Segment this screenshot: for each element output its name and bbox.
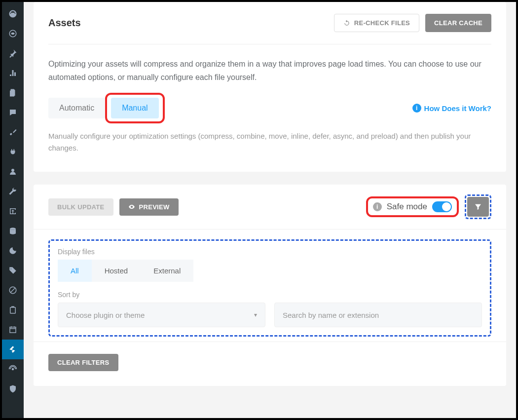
admin-sidebar bbox=[2, 2, 24, 418]
clear-cache-button[interactable]: CLEAR CACHE bbox=[425, 14, 491, 32]
sidebar-comment-icon[interactable] bbox=[2, 103, 24, 122]
preview-button[interactable]: PREVIEW bbox=[119, 198, 179, 216]
recheck-files-button[interactable]: RE-CHECK FILES bbox=[334, 14, 419, 32]
display-files-segment: All Hosted External bbox=[58, 260, 482, 282]
sidebar-plug-icon[interactable] bbox=[2, 142, 24, 162]
info-icon: i bbox=[412, 104, 421, 113]
display-hosted[interactable]: Hosted bbox=[92, 260, 141, 282]
display-files-label: Display files bbox=[58, 248, 482, 256]
sidebar-pin-icon[interactable] bbox=[2, 43, 24, 63]
tab-manual[interactable]: Manual bbox=[111, 98, 158, 118]
funnel-icon bbox=[474, 203, 482, 211]
display-external[interactable]: External bbox=[141, 260, 193, 282]
annotation-highlight-safemode: i Safe mode bbox=[366, 196, 459, 217]
annotation-highlight-manual: Manual bbox=[105, 93, 164, 123]
safe-mode-label: Safe mode bbox=[387, 202, 427, 212]
sidebar-circle-icon[interactable] bbox=[2, 24, 24, 43]
assets-card: Assets RE-CHECK FILES CLEAR CACHE Optimi… bbox=[34, 2, 506, 172]
sidebar-hummingbird-icon[interactable] bbox=[2, 340, 24, 359]
safe-mode-toggle[interactable] bbox=[432, 201, 452, 212]
sidebar-database-icon[interactable] bbox=[2, 221, 24, 241]
intro-text: Optimizing your assets will compress and… bbox=[48, 44, 491, 93]
display-all[interactable]: All bbox=[58, 260, 92, 282]
sort-select[interactable]: Choose plugin or theme ▾ bbox=[58, 303, 265, 327]
refresh-icon bbox=[343, 20, 350, 27]
filters-card: BULK UPDATE PREVIEW i Safe mode bbox=[34, 185, 506, 386]
sidebar-broadcast-icon[interactable] bbox=[2, 359, 24, 379]
sidebar-wrench-icon[interactable] bbox=[2, 182, 24, 201]
sidebar-shield-icon[interactable] bbox=[2, 379, 24, 399]
sidebar-import-icon[interactable] bbox=[2, 201, 24, 221]
sidebar-pages-icon[interactable] bbox=[2, 83, 24, 103]
sidebar-clipboard-icon[interactable] bbox=[2, 300, 24, 320]
mode-tabs: Automatic bbox=[48, 98, 105, 118]
sidebar-plugin-icon[interactable] bbox=[2, 63, 24, 83]
bulk-update-button[interactable]: BULK UPDATE bbox=[48, 198, 113, 216]
tab-description: Manually configure your optimization set… bbox=[48, 123, 491, 157]
how-does-it-work-link[interactable]: i How Does it Work? bbox=[412, 104, 491, 113]
clear-filters-button[interactable]: CLEAR FILTERS bbox=[48, 354, 118, 371]
search-input-wrap bbox=[274, 303, 482, 327]
eye-icon bbox=[128, 203, 135, 210]
main-content: Assets RE-CHECK FILES CLEAR CACHE Optimi… bbox=[24, 2, 516, 418]
sidebar-brush-icon[interactable] bbox=[2, 122, 24, 142]
sidebar-tag-icon[interactable] bbox=[2, 261, 24, 280]
sidebar-user-icon[interactable] bbox=[2, 162, 24, 182]
chevron-down-icon: ▾ bbox=[254, 311, 257, 318]
info-icon: i bbox=[373, 202, 382, 211]
sidebar-slash-icon[interactable] bbox=[2, 280, 24, 300]
sidebar-crescent-icon[interactable] bbox=[2, 241, 24, 261]
annotation-highlight-filter bbox=[465, 194, 491, 219]
filter-button[interactable] bbox=[467, 197, 489, 217]
page-title: Assets bbox=[48, 17, 81, 29]
svg-point-1 bbox=[10, 228, 16, 230]
svg-point-3 bbox=[12, 368, 14, 371]
search-input[interactable] bbox=[283, 311, 474, 319]
sidebar-calendar-icon[interactable] bbox=[2, 320, 24, 340]
sidebar-dashboard-icon[interactable] bbox=[2, 4, 24, 24]
tab-automatic[interactable]: Automatic bbox=[48, 98, 105, 118]
sort-by-label: Sort by bbox=[58, 291, 482, 299]
annotation-highlight-filters-panel: Display files All Hosted External Sort b… bbox=[48, 239, 491, 337]
